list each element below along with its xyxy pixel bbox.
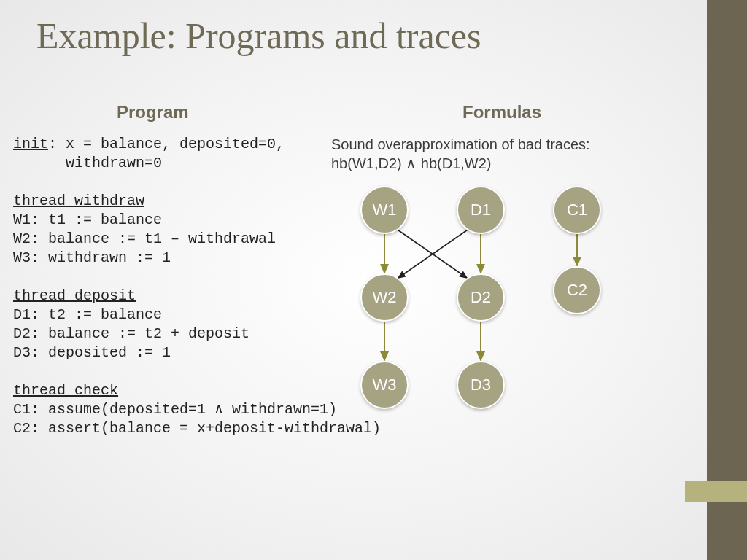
heading-formulas: Formulas: [462, 102, 541, 122]
svg-line-5: [395, 228, 467, 278]
node-w1: W1: [360, 186, 409, 234]
program-code: init: x = balance, deposited=0, withdraw…: [13, 135, 381, 438]
node-c1: C1: [553, 186, 601, 234]
formulas-text: Sound overapproximation of bad traces: h…: [331, 135, 590, 173]
node-w3: W3: [360, 361, 409, 409]
node-d3: D3: [457, 361, 505, 409]
trace-graph: W1 W2 W3 D1 D2 D3 C1 C2: [331, 186, 696, 448]
node-c2: C2: [553, 266, 601, 314]
svg-line-6: [398, 228, 470, 278]
slide-sidebar: [707, 0, 747, 560]
heading-program: Program: [117, 102, 189, 122]
slide-sidebar-accent: [685, 481, 747, 502]
node-d2: D2: [457, 273, 505, 322]
slide-title: Example: Programs and traces: [36, 15, 481, 57]
node-d1: D1: [457, 186, 505, 234]
node-w2: W2: [360, 273, 409, 322]
